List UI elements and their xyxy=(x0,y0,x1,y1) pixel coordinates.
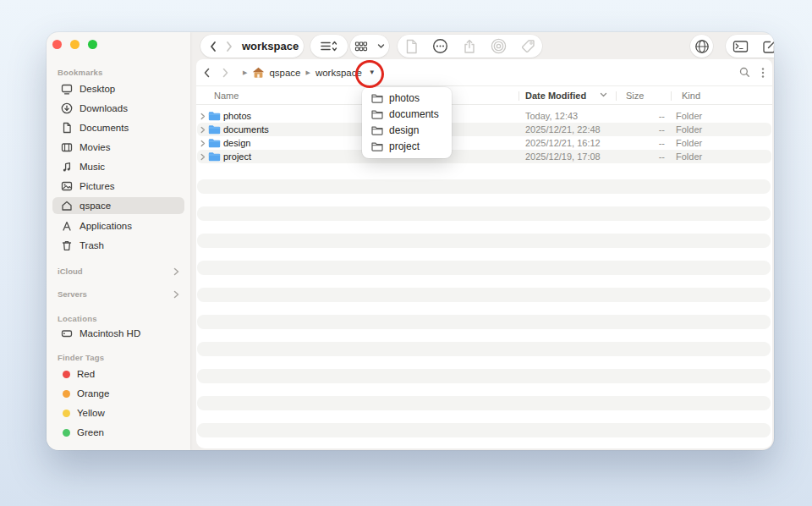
back-button[interactable] xyxy=(209,41,217,52)
crumb-qspace[interactable]: qspace xyxy=(269,68,300,78)
crumb-arrow-icon: ▶ xyxy=(243,69,247,76)
empty-row-stripe xyxy=(197,234,771,248)
servers-section-label: Servers xyxy=(58,289,87,299)
folder-outline-icon xyxy=(371,93,383,103)
sidebar-item-label: Macintosh HD xyxy=(80,328,140,338)
pathbar-menu-icon[interactable] xyxy=(761,67,765,79)
sidebar-item-label: Pictures xyxy=(80,181,115,191)
grid-view-icon xyxy=(354,40,368,53)
applications-icon xyxy=(61,220,73,232)
navigation-title-group: workspace xyxy=(200,35,304,58)
new-document-button[interactable] xyxy=(405,39,418,54)
table-row[interactable]: photos Today, 12:43 -- Folder xyxy=(197,109,771,123)
sidebar-item-documents[interactable]: Documents xyxy=(52,119,184,136)
terminal-button[interactable] xyxy=(732,40,749,53)
sidebar-section-bookmarks: Bookmarks xyxy=(58,68,103,77)
column-date-modified[interactable]: Date Modified xyxy=(525,91,586,101)
document-icon xyxy=(61,122,73,134)
sidebar-item-trash[interactable]: Trash xyxy=(52,237,184,254)
path-bar: ▶ qspace ▶ workspace ▼ xyxy=(196,59,772,86)
menu-item-design[interactable]: design xyxy=(362,122,452,138)
forward-button[interactable] xyxy=(225,41,233,52)
sidebar-tag-yellow[interactable]: Yellow xyxy=(52,404,184,421)
empty-row-stripe xyxy=(197,288,771,302)
folder-icon xyxy=(208,111,221,121)
minimize-window-button[interactable] xyxy=(70,40,80,49)
sidebar-item-qspace[interactable]: qspace xyxy=(52,197,184,214)
menu-item-photos[interactable]: photos xyxy=(362,90,452,106)
sidebar-item-applications[interactable]: Applications xyxy=(52,217,184,234)
sidebar-item-macintosh-hd[interactable]: Macintosh HD xyxy=(52,325,184,342)
folder-outline-icon xyxy=(371,141,383,151)
list-view-icon xyxy=(320,39,338,53)
path-dropdown-menu: photos documents design project xyxy=(362,87,452,158)
tag-label: Orange xyxy=(77,388,109,399)
tag-label: Yellow xyxy=(77,408,105,418)
chevron-right-icon xyxy=(173,267,179,276)
home-icon xyxy=(61,200,73,212)
home-crumb-icon[interactable] xyxy=(252,67,265,79)
folder-icon xyxy=(208,151,221,162)
empty-row-stripe xyxy=(197,369,771,383)
folder-icon xyxy=(208,138,221,148)
list-view-button[interactable] xyxy=(310,35,348,58)
sidebar-item-pictures[interactable]: Pictures xyxy=(52,178,184,195)
network-button[interactable] xyxy=(690,35,713,58)
empty-row-stripe xyxy=(197,423,771,437)
icloud-section-label: iCloud xyxy=(58,267,83,276)
tag-label: Green xyxy=(77,427,104,437)
sidebar-section-locations: Locations xyxy=(58,314,97,323)
tag-button[interactable] xyxy=(521,39,535,53)
compose-button[interactable] xyxy=(762,39,774,54)
empty-row-stripe xyxy=(197,179,771,194)
column-divider xyxy=(616,91,617,101)
pathbar-search-icon[interactable] xyxy=(739,67,750,78)
sidebar-tag-orange[interactable]: Orange xyxy=(52,385,184,402)
file-actions-group xyxy=(398,35,542,58)
path-forward-button[interactable] xyxy=(222,68,229,78)
table-row[interactable]: documents 2025/12/21, 22:48 -- Folder xyxy=(197,123,771,136)
downloads-icon xyxy=(61,102,73,114)
sidebar-item-downloads[interactable]: Downloads xyxy=(52,100,184,117)
sidebar-item-movies[interactable]: Movies xyxy=(52,139,184,156)
menu-item-documents[interactable]: documents xyxy=(362,106,452,122)
chevron-down-icon xyxy=(377,43,385,49)
sidebar-item-music[interactable]: Music xyxy=(52,158,184,175)
sidebar-item-label: Trash xyxy=(80,240,104,250)
more-actions-button[interactable] xyxy=(432,38,448,54)
column-size[interactable]: Size xyxy=(626,91,644,101)
close-window-button[interactable] xyxy=(52,40,62,49)
grid-view-button[interactable] xyxy=(350,35,389,58)
sidebar-item-desktop[interactable]: Desktop xyxy=(52,80,184,97)
share-button[interactable] xyxy=(463,39,476,54)
sidebar-section-icloud[interactable]: iCloud xyxy=(58,267,179,276)
table-row[interactable]: project 2025/12/19, 17:08 -- Folder xyxy=(197,150,771,163)
disclosure-chevron-icon[interactable] xyxy=(200,137,206,149)
toolbar: workspace xyxy=(190,32,774,59)
zoom-window-button[interactable] xyxy=(88,40,97,49)
table-row[interactable]: design 2025/12/21, 16:12 -- Folder xyxy=(197,136,771,150)
disclosure-chevron-icon[interactable] xyxy=(200,124,206,135)
column-divider xyxy=(671,91,672,101)
airdrop-button[interactable] xyxy=(491,38,507,54)
hard-drive-icon xyxy=(61,327,73,339)
disclosure-chevron-icon[interactable] xyxy=(200,151,206,162)
empty-row-stripe xyxy=(197,315,771,329)
path-back-button[interactable] xyxy=(203,68,211,78)
column-kind[interactable]: Kind xyxy=(682,91,700,101)
sidebar-item-label: Movies xyxy=(80,142,110,152)
sidebar-tag-red[interactable]: Red xyxy=(52,366,184,382)
empty-row-stripe xyxy=(197,342,771,356)
column-name[interactable]: Name xyxy=(214,91,239,101)
sidebar-tag-green[interactable]: Green xyxy=(52,424,184,441)
disclosure-chevron-icon[interactable] xyxy=(200,110,206,122)
sidebar-section-finder-tags: Finder Tags xyxy=(58,353,104,362)
desktop-icon xyxy=(61,83,73,95)
music-note-icon xyxy=(61,161,73,173)
sidebar-item-label: Documents xyxy=(80,123,129,133)
menu-item-project[interactable]: project xyxy=(362,138,452,154)
pictures-icon xyxy=(61,180,73,192)
sidebar-section-servers[interactable]: Servers xyxy=(58,289,179,299)
folder-outline-icon xyxy=(371,125,383,135)
sort-chevron-icon xyxy=(600,92,607,98)
